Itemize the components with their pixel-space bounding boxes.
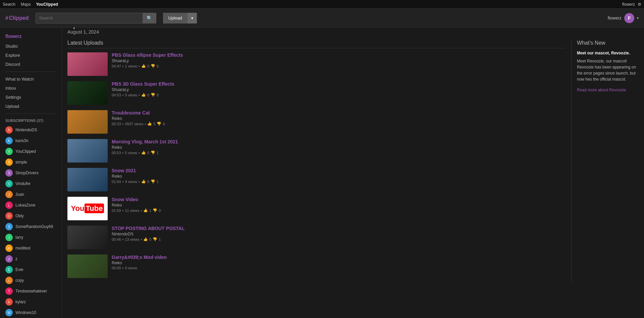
video-title-1[interactable]: PBS Glass ellipse Super Effects: [112, 52, 566, 58]
sub-oldy[interactable]: O Oldy: [0, 211, 62, 221]
sidebar-item-studio[interactable]: Studio: [0, 42, 62, 51]
sub-someguy[interactable]: S SomeRandomGuy69: [0, 221, 62, 232]
video-title-6[interactable]: Snow Video: [112, 197, 566, 202]
sub-lukaszone[interactable]: L LukasZone: [0, 200, 62, 211]
sub-simple[interactable]: S simple: [0, 157, 62, 168]
like-icon-3: 👍: [147, 122, 152, 126]
video-item-3[interactable]: Troublesome Cat Reiko 00:33 • 4507 views…: [67, 110, 566, 134]
upload-dropdown-button[interactable]: ▾: [187, 13, 197, 24]
sub-avatar-timdoes: T: [5, 287, 13, 289]
subscriptions-label: SUBSCRIPTIONS (27): [0, 117, 62, 125]
upload-button[interactable]: Upload: [163, 13, 187, 24]
sub-youclipped[interactable]: Y YouClipped: [0, 146, 62, 157]
like-icon-4: 👍: [141, 150, 146, 155]
sub-avatar-kans3n: K: [5, 137, 13, 144]
like-icon-1: 👍: [141, 64, 146, 68]
sub-evie[interactable]: E Evie: [0, 264, 62, 275]
video-likes-1: 0: [147, 64, 149, 68]
video-author-4: Reiko: [112, 145, 566, 150]
sub-meditexl[interactable]: m meditexl: [0, 243, 62, 254]
dislike-icon-2: 👎: [151, 93, 155, 97]
video-duration-7: 00:46: [112, 237, 121, 241]
sub-kans3n[interactable]: K kans3n: [0, 135, 62, 146]
sub-name-lukaszone: LukasZone: [15, 203, 35, 208]
logo[interactable]: #Clipped: [5, 15, 29, 21]
video-duration-4: 00:53: [112, 151, 121, 155]
video-item-5[interactable]: Snow 2021 Reiko 01:04 • 4 views • 👍 0 👎 …: [67, 168, 566, 191]
video-meta-1: 04:47 • 1 views • 👍 0 👎 0: [112, 64, 566, 68]
like-icon-7: 👍: [143, 237, 148, 241]
video-item-1[interactable]: PBS Glass ellipse Super Effects ShuaraLy…: [67, 52, 566, 76]
sub-larry[interactable]: l larry: [0, 232, 62, 243]
sub-avatar-simple: S: [5, 158, 13, 166]
logo-text: Clipped: [9, 15, 29, 21]
divider-2: [5, 113, 56, 114]
sub-sinop[interactable]: S SinopDrivers: [0, 168, 62, 178]
video-title-7[interactable]: STOP POSTING ABOUT POSTAL: [112, 226, 566, 231]
header-right: flowerz F ▾: [608, 13, 639, 23]
video-views-4: 5 views: [125, 151, 137, 155]
video-thumb-7: [67, 226, 108, 249]
topbar-search-link[interactable]: Search: [3, 2, 15, 7]
sidebar-item-inbox[interactable]: Inbox: [0, 84, 62, 93]
search-button[interactable]: 🔍: [143, 13, 156, 24]
video-views-3: 4507 views: [125, 122, 143, 126]
sub-name-evie: Evie: [15, 267, 23, 272]
video-title-4[interactable]: Morning Vlog, March 1st 2021: [112, 139, 566, 144]
sidebar-item-what-to-watch[interactable]: What to Watch: [0, 75, 62, 84]
video-author-1: ShuaraLy: [112, 58, 566, 63]
avatar[interactable]: F: [624, 13, 634, 23]
sidebar-item-explore[interactable]: Explore: [0, 51, 62, 60]
video-item-7[interactable]: STOP POSTING ABOUT POSTAL NintendoDS 00:…: [67, 226, 566, 249]
video-views-1: 1 views: [125, 64, 137, 68]
video-author-8: Reiko: [112, 261, 566, 265]
video-thumb-1: [67, 52, 108, 76]
sidebar-item-settings[interactable]: Settings: [0, 93, 62, 102]
video-title-3[interactable]: Troublesome Cat: [112, 110, 566, 116]
video-meta-6: 01:59 • 11 views • 👍 1 👎 0: [112, 208, 566, 213]
video-item-2[interactable]: PBS 3D Glass Super Effects ShuaraLy 04:5…: [67, 81, 566, 105]
header: #Clipped 🔍 Upload ▾ flowerz F ▾: [0, 9, 644, 28]
video-views-5: 4 views: [125, 180, 137, 184]
sidebar-item-upload[interactable]: Upload: [0, 102, 62, 111]
sub-timdoes[interactable]: T Timdoeswhatever: [0, 286, 62, 289]
sidebar-item-discord[interactable]: Discord: [0, 60, 62, 69]
main-content: From flowerz: It was an amazing Revoozie…: [62, 4, 644, 289]
video-likes-7: 0: [149, 237, 151, 241]
sub-vindufre[interactable]: V Vindufre: [0, 178, 62, 189]
topbar-maps-link[interactable]: Maps: [21, 2, 31, 7]
read-more-link[interactable]: Read more about Revoozie: [577, 88, 639, 92]
video-item-4[interactable]: Morning Vlog, March 1st 2021 Reiko 00:53…: [67, 139, 566, 163]
gear-icon[interactable]: ⚙: [638, 2, 641, 7]
video-info-8: Garry&#039;s Mod video Reiko 00:00 • 0 v…: [112, 255, 566, 278]
sub-nintendods[interactable]: N NintendoDS: [0, 125, 62, 135]
video-item-6[interactable]: YouTube Snow Video Reiko 01:59 • 11 view…: [67, 197, 566, 220]
video-views-6: 11 views: [125, 209, 139, 213]
search-input[interactable]: [36, 13, 143, 24]
topbar-youclipped-link[interactable]: YouClipped: [36, 2, 58, 7]
video-meta-3: 00:33 • 4507 views • 👍 5 👎 0: [112, 122, 566, 126]
video-title-5[interactable]: Snow 2021: [112, 168, 566, 173]
upload-area: Upload ▾: [163, 13, 197, 24]
video-views-7: 13 views: [125, 237, 139, 241]
video-author-5: Reiko: [112, 174, 566, 179]
sub-z[interactable]: z z: [0, 254, 62, 264]
sub-name-nintendods: NintendoDS: [15, 128, 37, 132]
video-views-2: 5 views: [125, 93, 137, 97]
video-info-3: Troublesome Cat Reiko 00:33 • 4507 views…: [112, 110, 566, 134]
video-author-6: Reiko: [112, 203, 566, 208]
avatar-initial: F: [628, 15, 631, 21]
sub-copy[interactable]: c copy: [0, 275, 62, 286]
video-title-8[interactable]: Garry&#039;s Mod video: [112, 255, 566, 260]
sub-avatar-nintendods: N: [5, 126, 13, 134]
video-title-2[interactable]: PBS 3D Glass Super Effects: [112, 81, 566, 87]
header-username: flowerz: [608, 15, 622, 20]
header-dropdown-arrow[interactable]: ▾: [637, 16, 639, 20]
sub-juan[interactable]: J Juan: [0, 189, 62, 200]
divider-1: [5, 72, 56, 72]
video-info-7: STOP POSTING ABOUT POSTAL NintendoDS 00:…: [112, 226, 566, 249]
video-duration-3: 00:33: [112, 122, 121, 126]
topbar: Search Maps YouClipped flowerz ⚙: [0, 0, 644, 9]
video-item-8[interactable]: Garry&#039;s Mod video Reiko 00:00 • 0 v…: [67, 255, 566, 278]
video-duration-2: 04:53: [112, 93, 121, 97]
